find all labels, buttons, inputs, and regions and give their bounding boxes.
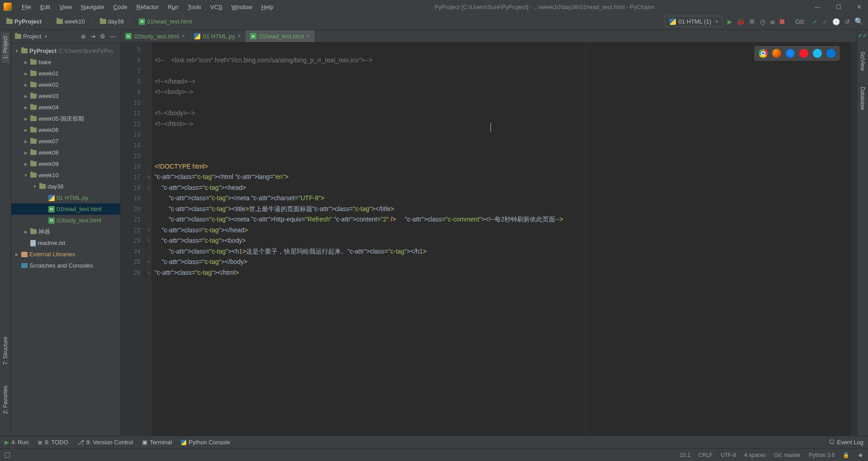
edge-icon[interactable] bbox=[826, 49, 835, 58]
tree-row[interactable]: readme.txt bbox=[11, 237, 120, 249]
tool-tab-favorites[interactable]: 2: Favorites bbox=[1, 382, 9, 418]
tree-row[interactable]: ▶ week06 bbox=[11, 124, 120, 136]
tree-row[interactable]: ▼ PyProject C:\Users\Sure\PyPro bbox=[11, 45, 120, 56]
status-interpreter[interactable]: Python 3.6 bbox=[809, 452, 835, 458]
tree-row[interactable]: ▶ week05-国庆假期 bbox=[11, 113, 120, 124]
editor-tab[interactable]: 02body_test.html× bbox=[121, 30, 189, 42]
app-logo-icon bbox=[4, 3, 12, 11]
close-button[interactable]: ✕ bbox=[854, 3, 864, 11]
status-line-separator[interactable]: CRLF bbox=[698, 452, 712, 458]
status-encoding[interactable]: UTF-8 bbox=[721, 452, 736, 458]
editor-tab[interactable]: 01head_test.html× bbox=[245, 30, 315, 42]
menu-refactor[interactable]: Refactor bbox=[133, 2, 162, 12]
breadcrumb-day38[interactable]: day38 bbox=[98, 17, 126, 26]
tree-row[interactable]: ▶ week01 bbox=[11, 68, 120, 79]
tab-close-icon[interactable]: × bbox=[307, 33, 310, 39]
chrome-icon[interactable] bbox=[759, 49, 768, 58]
vcs-revert-button[interactable]: ↺ bbox=[844, 18, 850, 25]
menu-edit[interactable]: Edit bbox=[37, 2, 54, 12]
search-everywhere-button[interactable]: 🔍 bbox=[854, 17, 863, 26]
breadcrumb-root[interactable]: PyProject bbox=[5, 17, 43, 26]
tree-row[interactable]: ▶ bake bbox=[11, 56, 120, 68]
settings-icon[interactable]: ⚙ bbox=[99, 32, 106, 41]
sidebar-view-selector[interactable]: Project bbox=[15, 33, 77, 40]
inspection-indicator-icon[interactable]: ✔✔ bbox=[858, 33, 867, 39]
vcs-commit-button[interactable]: ✓ bbox=[822, 18, 828, 25]
tree-row[interactable]: ▶ External Libraries bbox=[11, 249, 120, 260]
status-bar: 15:1 CRLF UTF-8 4 spaces Git: master Pyt… bbox=[0, 448, 868, 461]
tool-tab-database[interactable]: Database bbox=[859, 83, 867, 113]
python-icon bbox=[181, 440, 186, 445]
tool-pyconsole[interactable]: Python Console bbox=[181, 439, 230, 446]
editor-tab[interactable]: 01 HTML.py× bbox=[189, 30, 245, 42]
tree-row[interactable]: ▶ 神器 bbox=[11, 226, 120, 237]
ie-icon[interactable] bbox=[813, 49, 822, 58]
vcs-history-button[interactable]: 🕓 bbox=[832, 18, 840, 25]
tool-terminal[interactable]: ▣Terminal bbox=[142, 439, 172, 446]
tree-row[interactable]: ▶ week04 bbox=[11, 102, 120, 113]
breadcrumb-week10[interactable]: week10 bbox=[55, 17, 87, 26]
stop-button[interactable] bbox=[780, 18, 784, 25]
readonly-lock-icon[interactable]: 🔒 bbox=[843, 452, 849, 458]
menu-navigate[interactable]: Navigate bbox=[77, 2, 108, 12]
inspector-face-icon[interactable]: ☻ bbox=[858, 452, 863, 458]
menu-vcs[interactable]: VCS bbox=[207, 2, 226, 12]
profile-button[interactable]: ◷ bbox=[760, 18, 765, 25]
tree-row[interactable]: 01 HTML.py bbox=[11, 192, 120, 203]
menu-code[interactable]: Code bbox=[110, 2, 131, 12]
firefox-icon[interactable] bbox=[772, 49, 781, 58]
toolwindow-toggle-icon[interactable] bbox=[5, 452, 10, 458]
tree-row[interactable]: Scratches and Consoles bbox=[11, 260, 120, 271]
tree-row[interactable]: ▶ week08 bbox=[11, 147, 120, 158]
tool-tab-structure[interactable]: 7: Structure bbox=[1, 333, 9, 368]
collapse-all-button[interactable]: ⇥ bbox=[90, 32, 96, 41]
menu-window[interactable]: Window bbox=[228, 2, 256, 12]
status-git-branch[interactable]: Git: master bbox=[774, 452, 801, 458]
tree-row[interactable]: ▼ week10 bbox=[11, 169, 120, 181]
tree-row[interactable]: ▶ week03 bbox=[11, 90, 120, 102]
code-area[interactable]: 567891011121314151617181920212223242526 … bbox=[121, 42, 857, 436]
error-stripe[interactable] bbox=[850, 42, 857, 436]
tree-row[interactable]: ▼ day38 bbox=[11, 181, 120, 192]
tool-tab-project[interactable]: 1: Project bbox=[1, 33, 9, 63]
tool-todo[interactable]: ≣6: TODO bbox=[38, 439, 68, 446]
run-button[interactable]: ▶ bbox=[727, 18, 732, 25]
safari-icon[interactable] bbox=[786, 49, 795, 58]
fold-column[interactable]: ⊖⊖⊖⊖⊖⊖ bbox=[146, 42, 152, 436]
tab-close-icon[interactable]: × bbox=[238, 33, 241, 39]
minimize-button[interactable]: — bbox=[812, 3, 823, 11]
tree-row[interactable]: ▶ week09 bbox=[11, 158, 120, 169]
tab-close-icon[interactable]: × bbox=[182, 33, 185, 39]
tool-run[interactable]: ▶4: Run bbox=[5, 439, 28, 446]
menu-tools[interactable]: Tools bbox=[184, 2, 205, 12]
locate-button[interactable]: ⊕ bbox=[80, 32, 87, 41]
tree-row[interactable]: 02body_test.html bbox=[11, 215, 120, 226]
menu-file[interactable]: File bbox=[18, 2, 35, 12]
tree-row[interactable]: ▶ week07 bbox=[11, 136, 120, 147]
tool-eventlog[interactable]: 🗨Event Log bbox=[829, 439, 863, 446]
vcs-update-button[interactable]: ✓ bbox=[812, 18, 818, 25]
coverage-button[interactable]: ⛨ bbox=[749, 18, 755, 25]
maximize-button[interactable]: ☐ bbox=[833, 3, 844, 11]
menu-view[interactable]: View bbox=[56, 2, 75, 12]
code-content[interactable]: <!-- <link rel="icon" href="//cn.bing.co… bbox=[152, 42, 850, 436]
breadcrumb-file[interactable]: 01head_test.html bbox=[137, 17, 194, 26]
menu-run[interactable]: Run bbox=[164, 2, 182, 12]
main-menu: File Edit View Navigate Code Refactor Ru… bbox=[18, 2, 277, 12]
project-tree[interactable]: ▼ PyProject C:\Users\Sure\PyPro▶ bake▶ w… bbox=[11, 43, 120, 436]
tree-row[interactable]: ▶ week02 bbox=[11, 79, 120, 90]
editor-tabs: 02body_test.html×01 HTML.py×01head_test.… bbox=[121, 30, 857, 42]
status-indent[interactable]: 4 spaces bbox=[744, 452, 766, 458]
hide-button[interactable]: — bbox=[109, 32, 117, 41]
run-config-selector[interactable]: 01 HTML (1) bbox=[665, 16, 723, 27]
opera-icon[interactable] bbox=[799, 49, 808, 58]
tree-row[interactable]: 01head_test.html bbox=[11, 203, 120, 215]
concurrency-button[interactable]: ≣ bbox=[770, 18, 775, 25]
status-caret-pos[interactable]: 15:1 bbox=[680, 452, 690, 458]
menu-help[interactable]: Help bbox=[258, 2, 277, 12]
tool-tab-sciview[interactable]: SciView bbox=[859, 48, 867, 74]
breadcrumb-label: 01head_test.html bbox=[147, 18, 192, 25]
debug-button[interactable]: 🐞 bbox=[737, 18, 745, 25]
tool-vcs[interactable]: ⎇9: Version Control bbox=[77, 439, 133, 446]
title-bar: File Edit View Navigate Code Refactor Ru… bbox=[0, 0, 868, 14]
